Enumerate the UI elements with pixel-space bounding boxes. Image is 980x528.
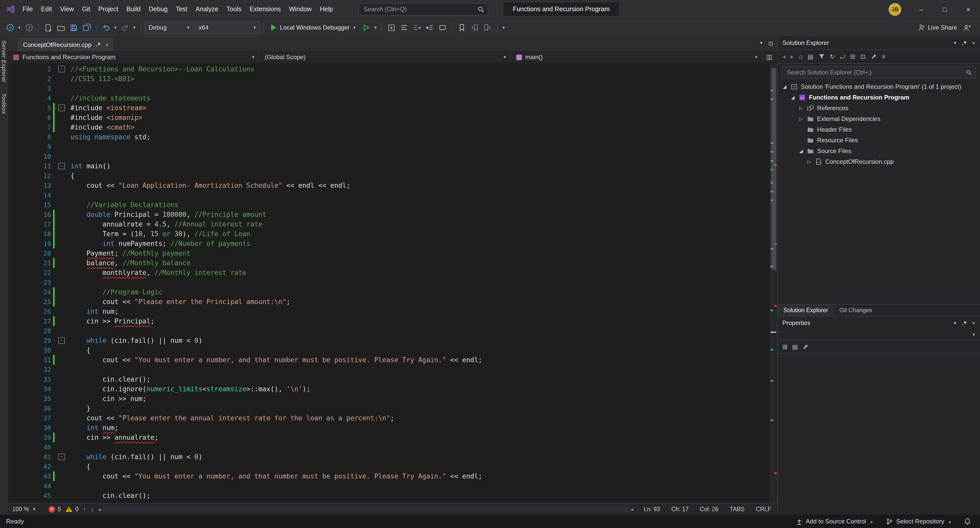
menu-window[interactable]: Window [285, 0, 316, 18]
fold-collapse-icon[interactable]: - [58, 163, 65, 170]
code-line[interactable]: 9 [8, 142, 770, 152]
code-line[interactable]: 2//CSIS 112-<B01> [8, 74, 770, 84]
code-line[interactable]: 19 int numPayments; //Number of payments [8, 239, 770, 249]
code-line[interactable]: 42 { [8, 462, 770, 471]
code-line[interactable]: 13 cout << "Loan Application- Amortizati… [8, 181, 770, 190]
code-line[interactable]: 20 Payment; //Monthly payment [8, 249, 770, 258]
collapsed-icon[interactable]: ▷ [798, 116, 804, 121]
categorized-icon[interactable]: ⊞ [783, 343, 788, 350]
menu-test[interactable]: Test [172, 0, 191, 18]
code-editor[interactable]: 1-//<Functions and Recursion>--Loan Calc… [8, 63, 777, 503]
code-line[interactable]: 22 monthlyrate, //Monthly interest rate [8, 268, 770, 277]
forward-icon[interactable]: ▸ [791, 53, 794, 60]
tree-item[interactable]: ▷External Dependencies [778, 113, 980, 124]
panel-dropdown-icon[interactable]: ▾ [954, 320, 956, 325]
code-line[interactable]: 36 } [8, 404, 770, 413]
open-file-icon[interactable] [55, 21, 67, 34]
toggle-bookmark-icon[interactable] [456, 21, 468, 34]
solution-search-box[interactable] [782, 66, 976, 79]
live-share-button[interactable]: Live Share [917, 24, 957, 32]
menu-build[interactable]: Build [122, 0, 145, 18]
save-all-icon[interactable] [81, 21, 92, 34]
code-line[interactable]: 43 cout << "You must enter a number, and… [8, 471, 770, 481]
code-line[interactable]: 39 cin >> annualrate; [8, 433, 770, 442]
search-input[interactable] [363, 5, 477, 13]
code-line[interactable]: 33 cin.clear(); [8, 374, 770, 384]
code-line[interactable]: 17 annualrate = 4.5, //Annual interest r… [8, 219, 770, 229]
next-issue-icon[interactable]: ↓ [91, 506, 94, 512]
refresh-icon[interactable]: ⤾ [840, 53, 845, 60]
code-line[interactable]: 16 double Principal = 100000, //Principl… [8, 210, 770, 219]
member-dropdown[interactable]: main() ▾ [511, 52, 762, 62]
code-line[interactable]: 28 [8, 326, 770, 336]
collapsed-icon[interactable]: ▷ [807, 159, 812, 164]
attach-to-process-icon[interactable] [386, 21, 398, 34]
code-line[interactable]: 3 [8, 84, 770, 94]
tab-solution-explorer[interactable]: Solution Explorer [778, 304, 834, 316]
add-to-source-control-button[interactable]: Add to Source Control ▴ [796, 518, 873, 525]
home-icon[interactable]: ⌂ [799, 53, 803, 60]
fold-margin[interactable]: - [56, 161, 67, 171]
property-pages-icon[interactable] [803, 344, 809, 350]
code-line[interactable]: 14 [8, 190, 770, 200]
expanded-icon[interactable]: ◢ [798, 148, 804, 153]
code-line[interactable]: 1-//<Functions and Recursion>--Loan Calc… [8, 64, 770, 74]
properties-wrench-icon[interactable] [871, 54, 877, 60]
code-line[interactable]: 30 { [8, 346, 770, 355]
close-tab-icon[interactable]: × [105, 41, 108, 48]
fold-collapse-icon[interactable]: - [58, 453, 65, 460]
tree-item[interactable]: Resource Files [778, 135, 980, 145]
tab-git-changes[interactable]: Git Changes [834, 304, 878, 316]
tree-item[interactable]: ▷++ConceptOfRecursion.cpp [778, 156, 980, 167]
fold-margin[interactable]: - [56, 64, 67, 74]
menu-project[interactable]: Project [94, 0, 122, 18]
indent-icon[interactable] [424, 21, 436, 34]
code-line[interactable]: 10 [8, 152, 770, 161]
zoom-dropdown[interactable]: 100 %▾ [12, 506, 44, 512]
navigate-forward-icon[interactable] [23, 21, 35, 34]
next-bookmark-icon[interactable] [482, 21, 493, 34]
code-line[interactable]: 44 [8, 481, 770, 491]
code-lines[interactable]: 1-//<Functions and Recursion>--Loan Calc… [8, 63, 770, 503]
menu-debug[interactable]: Debug [145, 0, 172, 18]
code-line[interactable]: 26 int num; [8, 307, 770, 316]
restore-button[interactable]: □ [933, 0, 956, 18]
menu-extensions[interactable]: Extensions [245, 0, 285, 18]
document-tab[interactable]: ConceptOfRecursion.cpp × [18, 38, 113, 52]
scroll-right-icon[interactable]: ▸ [632, 506, 634, 512]
previous-issue-icon[interactable]: ↑ [83, 506, 86, 512]
menu-file[interactable]: File [18, 0, 37, 18]
start-debugging-button[interactable]: Local Windows Debugger ▾ [267, 21, 359, 34]
fold-margin[interactable]: - [56, 452, 67, 462]
preview-code-icon[interactable]: ≡ [882, 53, 886, 60]
menu-analyze[interactable]: Analyze [191, 0, 223, 18]
tree-item[interactable]: ◢Solution 'Functions and Recursion Progr… [778, 81, 980, 92]
tree-item[interactable]: ◢Source Files [778, 145, 980, 156]
tree-item[interactable]: ◢++Functions and Recursion Program [778, 92, 980, 103]
scope-dropdown[interactable]: (Global Scope) ▾ [260, 52, 511, 62]
expanded-icon[interactable]: ◢ [790, 95, 795, 100]
comment-icon[interactable] [437, 21, 449, 34]
menu-help[interactable]: Help [316, 0, 337, 18]
code-line[interactable]: 23 [8, 277, 770, 287]
account-avatar[interactable]: JB [889, 3, 901, 16]
tree-item[interactable]: Header Files [778, 124, 980, 135]
switch-views-icon[interactable]: ▤ [808, 53, 813, 60]
code-line[interactable]: 12{ [8, 171, 770, 181]
pin-icon[interactable] [961, 320, 967, 326]
undo-dropdown-icon[interactable]: ▾ [113, 21, 118, 34]
fold-collapse-icon[interactable]: - [58, 337, 65, 344]
alphabetical-icon[interactable]: ▤ [792, 343, 798, 350]
run-dropdown-icon[interactable]: ▾ [373, 21, 378, 34]
fold-margin[interactable]: - [56, 336, 67, 346]
previous-bookmark-icon[interactable] [469, 21, 481, 34]
object-dropdown[interactable]: ▾ [778, 330, 980, 340]
select-repository-button[interactable]: Select Repository ▴ [886, 518, 951, 525]
navigate-back-dropdown-icon[interactable]: ▾ [17, 21, 22, 34]
code-line[interactable]: 37 cout << "Please enter the annual inte… [8, 413, 770, 423]
redo-icon[interactable] [119, 21, 131, 34]
active-files-dropdown-icon[interactable]: ▾ [760, 40, 762, 47]
code-line[interactable]: 40 [8, 442, 770, 452]
code-line[interactable]: 15 //Variable Declarations [8, 200, 770, 210]
code-line[interactable]: 11-int main() [8, 161, 770, 171]
